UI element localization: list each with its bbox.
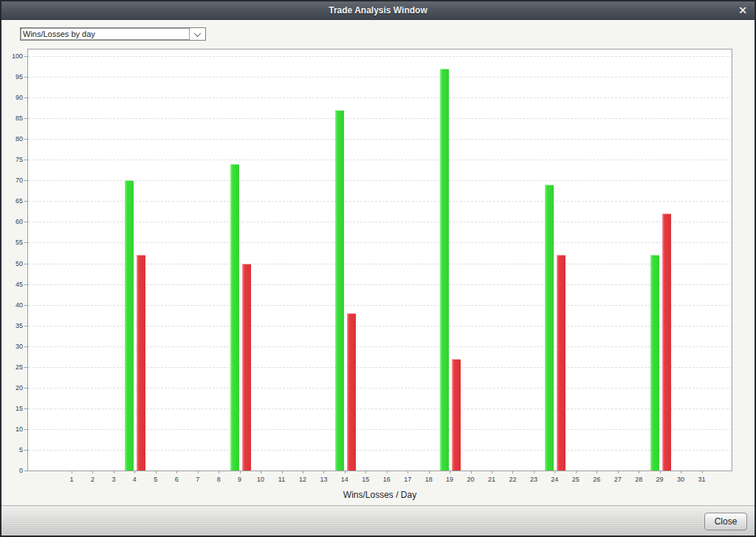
x-axis-label: 14: [334, 476, 355, 483]
y-axis-label: 20: [1, 384, 23, 391]
y-axis-tick: [24, 139, 27, 140]
x-axis-label: 31: [692, 476, 712, 483]
y-axis-tick: [24, 388, 27, 389]
x-axis-label: 30: [670, 476, 691, 483]
plot-area: 0510152025303540455055606570758085909510…: [27, 49, 732, 471]
y-axis-tick: [24, 264, 27, 264]
x-axis-tick: [365, 471, 366, 473]
x-axis-label: 15: [355, 476, 376, 483]
x-axis-tick: [639, 471, 639, 473]
x-axis-tick: [408, 471, 408, 473]
x-axis-tick: [512, 471, 513, 473]
y-axis-tick: [24, 160, 27, 160]
y-axis-tick: [24, 284, 27, 285]
x-axis-label: 23: [523, 476, 544, 483]
win-bar: [125, 180, 134, 471]
y-axis-label: 50: [1, 260, 23, 267]
y-axis-label: 85: [1, 114, 23, 122]
x-axis-label: 13: [313, 476, 334, 483]
y-axis-tick: [24, 118, 27, 119]
x-axis-label: 4: [124, 476, 145, 483]
y-axis-tick: [24, 450, 27, 451]
y-axis-label: 5: [1, 446, 23, 454]
win-bar: [335, 110, 344, 471]
x-axis-tick: [156, 471, 157, 473]
x-axis-tick: [576, 471, 577, 473]
x-axis-tick: [450, 471, 450, 473]
loss-bar: [452, 359, 461, 471]
x-axis-tick: [219, 471, 219, 473]
x-axis-tick: [597, 471, 597, 473]
close-icon[interactable]: ✕: [738, 5, 747, 16]
window-title: Trade Analysis Window: [329, 5, 427, 16]
wins-losses-chart: 0510152025303540455055606570758085909510…: [1, 20, 755, 505]
x-axis-label: 11: [272, 476, 292, 483]
x-axis-tick: [471, 471, 472, 473]
win-bar: [440, 69, 449, 471]
x-axis-label: 3: [103, 476, 124, 483]
loss-bar: [557, 255, 566, 471]
x-axis-label: 20: [461, 476, 481, 483]
window-body: Wins/Losses by day 051015202530354045505…: [1, 20, 755, 505]
x-axis-tick: [618, 471, 619, 473]
x-axis-tick: [702, 471, 703, 473]
x-axis-label: 1: [61, 476, 82, 483]
x-axis-tick: [114, 471, 114, 473]
gridline: [28, 139, 732, 140]
y-axis-label: 40: [1, 301, 23, 309]
y-axis-tick: [24, 98, 27, 98]
y-axis-tick: [24, 346, 27, 347]
win-bar: [545, 185, 554, 471]
x-axis-tick: [554, 471, 555, 473]
x-axis-tick: [660, 471, 661, 473]
x-axis-title: Wins/Losses / Day: [27, 490, 732, 500]
x-axis-label: 18: [419, 476, 439, 483]
y-axis-tick: [24, 429, 27, 430]
win-bar: [650, 255, 659, 471]
gridline: [28, 98, 732, 98]
y-axis-label: 100: [1, 52, 23, 60]
x-axis-tick: [92, 471, 93, 473]
x-axis-label: 6: [166, 476, 187, 483]
x-axis-label: 12: [292, 476, 313, 483]
loss-bar: [347, 313, 356, 471]
loss-bar: [137, 255, 145, 471]
x-axis-tick: [323, 471, 324, 473]
x-axis-label: 17: [397, 476, 418, 483]
x-axis-tick: [261, 471, 261, 473]
y-axis-tick: [24, 367, 27, 368]
gridline: [28, 160, 732, 160]
y-axis-label: 90: [1, 94, 23, 101]
y-axis-tick: [24, 408, 27, 409]
x-axis-tick: [240, 471, 241, 473]
x-axis-label: 26: [586, 476, 607, 483]
x-axis-label: 21: [481, 476, 502, 483]
x-axis-label: 10: [250, 476, 271, 483]
y-axis-label: 30: [1, 343, 23, 350]
footer-bar: Close: [1, 505, 755, 537]
y-axis-label: 15: [1, 405, 23, 412]
x-axis-tick: [387, 471, 388, 473]
y-axis-label: 75: [1, 156, 23, 163]
x-axis-label: 7: [188, 476, 208, 483]
y-axis-label: 35: [1, 322, 23, 329]
x-axis-tick: [176, 471, 177, 473]
y-axis-label: 55: [1, 239, 23, 246]
x-axis-tick: [303, 471, 303, 473]
y-axis-tick: [24, 242, 27, 243]
x-axis-label: 19: [439, 476, 460, 483]
y-axis-tick: [24, 180, 27, 181]
x-axis-tick: [134, 471, 135, 473]
x-axis-tick: [345, 471, 346, 473]
x-axis-label: 16: [377, 476, 397, 483]
x-axis-label: 9: [230, 476, 250, 483]
gridline: [28, 118, 732, 119]
gridline: [28, 77, 732, 78]
close-button[interactable]: Close: [704, 513, 747, 530]
x-axis-label: 8: [208, 476, 229, 483]
y-axis-tick: [24, 326, 27, 326]
y-axis-tick: [24, 77, 27, 78]
x-axis-label: 25: [566, 476, 586, 483]
title-bar: Trade Analysis Window ✕: [1, 1, 755, 20]
x-axis-label: 24: [544, 476, 565, 483]
